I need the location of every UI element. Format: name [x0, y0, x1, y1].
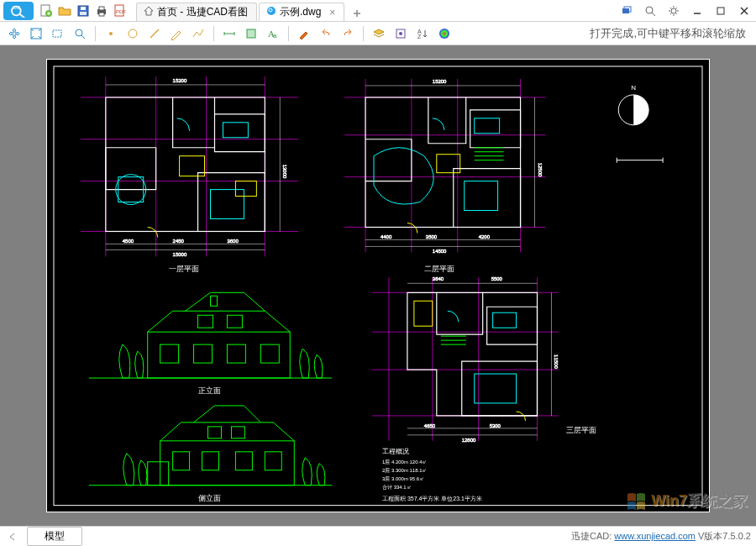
svg-rect-59: [211, 190, 244, 219]
svg-line-36: [150, 29, 159, 38]
settings-tool-icon[interactable]: [391, 24, 410, 43]
svg-rect-9: [99, 7, 104, 10]
layers-icon[interactable]: [618, 3, 635, 18]
svg-point-19: [671, 8, 676, 13]
tab-add-icon[interactable]: [349, 6, 365, 21]
tabbar: 首页 - 迅捷CAD看图 示例.dwg ×: [136, 0, 618, 21]
svg-text:三层平面: 三层平面: [566, 426, 596, 434]
svg-text:3500: 3500: [426, 234, 438, 239]
svg-text:PDF: PDF: [116, 9, 126, 14]
toolbar-separator: [288, 26, 289, 41]
north-arrow: N: [618, 84, 648, 125]
zoom-window-icon[interactable]: [49, 24, 67, 43]
toolbar-separator: [95, 26, 96, 41]
zoom-icon[interactable]: [71, 24, 89, 43]
tab-home-label: 首页 - 迅捷CAD看图: [157, 5, 248, 19]
svg-text:3600: 3600: [227, 239, 239, 244]
toolbar-separator: [363, 26, 364, 41]
dimension-icon[interactable]: [220, 24, 239, 43]
point-icon[interactable]: [102, 24, 120, 43]
export-pdf-icon[interactable]: PDF: [113, 3, 128, 18]
tab-active-label: 示例.dwg: [280, 5, 321, 19]
pan-icon[interactable]: [5, 24, 24, 43]
toolbar: Aa AZ 打开完成,可中键平移和滚轮缩放: [0, 22, 756, 45]
text-icon[interactable]: Aa: [264, 24, 282, 43]
status-link[interactable]: www.xunjiecad.com: [614, 531, 696, 541]
tab-close-icon[interactable]: ×: [329, 7, 335, 18]
svg-text:15200: 15200: [173, 78, 187, 83]
svg-point-34: [109, 32, 113, 35]
edit-icon[interactable]: [167, 24, 186, 43]
svg-rect-84: [475, 118, 500, 134]
circle-tool-icon[interactable]: [123, 24, 142, 43]
markup-pen-icon[interactable]: [295, 24, 313, 43]
tab-home[interactable]: 首页 - 迅捷CAD看图: [136, 3, 257, 21]
layers-tool-icon[interactable]: [370, 24, 388, 43]
svg-rect-122: [202, 452, 219, 470]
drawing-sheet[interactable]: 15000 4500 2450 3600 13000 15200 一层平面: [46, 59, 710, 512]
svg-rect-7: [80, 12, 87, 15]
svg-text:4500: 4500: [123, 239, 134, 244]
svg-text:N: N: [631, 84, 636, 92]
svg-rect-142: [414, 301, 433, 326]
svg-text:4400: 4400: [381, 234, 392, 239]
sort-icon[interactable]: AZ: [413, 24, 432, 43]
line-tool-icon[interactable]: [145, 24, 164, 43]
search-icon[interactable]: [642, 3, 659, 18]
canvas-area[interactable]: 15000 4500 2450 3600 13000 15200 一层平面: [0, 45, 756, 526]
svg-rect-38: [247, 29, 255, 38]
svg-rect-120: [160, 441, 295, 486]
zoom-extents-icon[interactable]: [27, 24, 45, 43]
svg-rect-121: [173, 452, 190, 470]
svg-text:3840: 3840: [433, 276, 444, 281]
color-mode-icon[interactable]: [435, 24, 454, 43]
tab-scroll-left-icon[interactable]: [5, 529, 20, 544]
elevation-front: 正立面: [89, 292, 332, 395]
status-version: V版本7.5.0.2: [698, 531, 751, 541]
maximize-button[interactable]: [712, 3, 729, 18]
svg-rect-112: [160, 344, 179, 363]
minimize-button[interactable]: [689, 3, 706, 18]
svg-rect-85: [465, 181, 498, 211]
new-file-icon[interactable]: [39, 3, 54, 18]
model-tab[interactable]: 模型: [27, 527, 82, 546]
svg-line-24: [670, 8, 672, 9]
svg-point-35: [129, 29, 137, 38]
status-right: 迅捷CAD: www.xunjiecad.com V版本7.5.0.2: [571, 530, 751, 543]
svg-rect-86: [437, 155, 460, 173]
redo-icon[interactable]: [339, 24, 357, 43]
print-icon[interactable]: [94, 3, 109, 18]
quick-access-toolbar: PDF: [39, 3, 128, 18]
save-icon[interactable]: [76, 3, 91, 18]
area-icon[interactable]: [242, 24, 260, 43]
svg-rect-55: [106, 97, 265, 232]
polyline-icon[interactable]: [189, 24, 207, 43]
svg-text:3层    3.000m    95.6㎡: 3层 3.000m 95.6㎡: [382, 476, 424, 481]
svg-rect-114: [227, 344, 245, 363]
undo-icon[interactable]: [317, 24, 335, 43]
svg-rect-10: [99, 13, 104, 16]
svg-text:2层    3.300m    118.1㎡: 2层 3.300m 118.1㎡: [382, 468, 427, 473]
svg-text:2450: 2450: [173, 239, 185, 244]
close-button[interactable]: [736, 3, 753, 18]
floor-plan-1: 15000 4500 2450 3600 13000 15200 一层平面: [81, 76, 298, 273]
svg-line-33: [81, 35, 85, 39]
open-folder-icon[interactable]: [57, 3, 72, 18]
svg-rect-116: [198, 315, 213, 328]
toolbar-hint: 打开完成,可中键平移和滚轮缩放: [590, 26, 751, 41]
svg-rect-6: [81, 7, 86, 10]
svg-line-1: [19, 13, 24, 17]
svg-rect-127: [231, 427, 244, 438]
svg-rect-58: [223, 123, 248, 138]
svg-text:Z: Z: [417, 34, 422, 39]
svg-line-26: [670, 13, 672, 14]
gear-icon[interactable]: [665, 3, 682, 18]
svg-rect-123: [235, 452, 252, 470]
svg-rect-111: [211, 296, 218, 306]
svg-text:1层    4.200m    120.4㎡: 1层 4.200m 120.4㎡: [382, 459, 427, 465]
titlebar: CAD PDF 首页 - 迅捷CAD看图 示例.dwg ×: [0, 0, 756, 22]
svg-line-27: [676, 8, 678, 9]
tab-active-file[interactable]: 示例.dwg ×: [259, 3, 344, 21]
svg-rect-117: [227, 315, 242, 328]
app-logo: CAD: [3, 2, 34, 20]
